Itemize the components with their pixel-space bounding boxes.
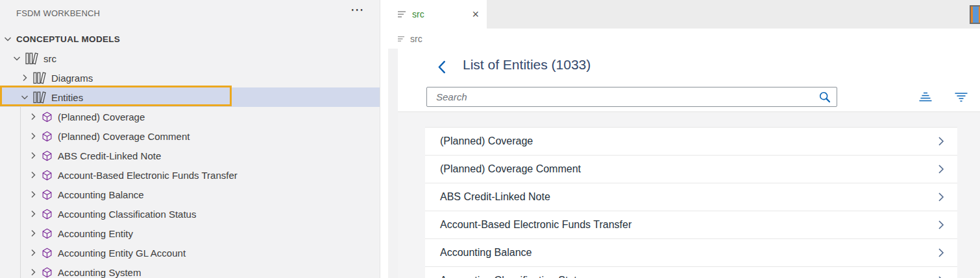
tree-item-label: Accounting Entity GL Account xyxy=(58,248,186,259)
library-icon xyxy=(33,91,47,104)
entity-cube-icon xyxy=(42,228,53,239)
tree-item-entity[interactable]: Accounting Entity GL Account xyxy=(0,243,380,262)
list-item[interactable]: Accounting Classification Status xyxy=(425,267,957,278)
list-item-label: ABS Credit-Linked Note xyxy=(440,191,550,203)
fsdm-workbench-window: FSDM WORKBENCH ⋯ CONCEPTUAL MODELS src xyxy=(0,0,980,278)
conceptual-models-tree: CONCEPTUAL MODELS src Diagrams xyxy=(0,29,380,278)
chevron-right-icon[interactable] xyxy=(27,209,38,219)
tree-item-label: (Planned) Coverage xyxy=(58,111,145,122)
tree-item-label: CONCEPTUAL MODELS xyxy=(16,34,120,44)
list-item-label: (Planned) Coverage Comment xyxy=(440,163,581,175)
list-item-label: (Planned) Coverage xyxy=(440,135,533,147)
chevron-down-icon[interactable] xyxy=(2,34,13,44)
tree-item-label: Diagrams xyxy=(51,73,93,84)
chevron-right-icon[interactable] xyxy=(19,73,30,83)
entity-cube-icon xyxy=(42,150,53,161)
library-icon xyxy=(33,72,47,84)
list-item[interactable]: Account-Based Electronic Funds Transfer xyxy=(425,211,957,239)
sort-icon[interactable] xyxy=(918,91,933,106)
tree-item-diagrams[interactable]: Diagrams xyxy=(0,68,380,87)
breadcrumb[interactable]: src xyxy=(380,29,980,49)
chevron-right-icon[interactable] xyxy=(27,111,38,122)
chevron-right-icon[interactable] xyxy=(27,131,38,141)
list-item-label: Accounting Balance xyxy=(440,247,532,259)
chevron-down-icon[interactable] xyxy=(19,92,30,102)
tree-item-entity[interactable]: (Planned) Coverage xyxy=(0,107,380,126)
entity-cube-icon xyxy=(42,189,53,200)
more-actions-icon[interactable]: ⋯ xyxy=(350,1,365,19)
page-title: List of Entities (1033) xyxy=(463,57,591,73)
chevron-right-icon xyxy=(938,136,944,146)
chevron-right-icon xyxy=(938,275,944,278)
sidebar: FSDM WORKBENCH ⋯ CONCEPTUAL MODELS src xyxy=(0,0,380,278)
tree-item-entity[interactable]: Account-Based Electronic Funds Transfer xyxy=(0,165,380,185)
list-item[interactable]: ABS Credit-Linked Note xyxy=(425,183,957,211)
chevron-right-icon xyxy=(938,164,944,174)
chevron-right-icon[interactable] xyxy=(27,228,38,238)
list-item-label: Accounting Classification Status xyxy=(440,275,588,278)
panel-left-gutter xyxy=(388,49,398,278)
tree-item-entity[interactable]: (Planned) Coverage Comment xyxy=(0,126,380,146)
filter-icon[interactable] xyxy=(954,91,968,106)
chevron-right-icon[interactable] xyxy=(27,150,38,161)
tree-item-conceptual-models[interactable]: CONCEPTUAL MODELS xyxy=(0,29,380,49)
chevron-right-icon[interactable] xyxy=(27,267,38,277)
tree-item-entity[interactable]: Accounting System xyxy=(0,262,380,278)
tab-label: src xyxy=(412,9,424,19)
list-icon xyxy=(397,10,406,18)
entity-cube-icon xyxy=(42,131,53,142)
list-item[interactable]: (Planned) Coverage xyxy=(425,128,957,156)
tree-item-label: src xyxy=(43,53,56,64)
tree-item-label: Entities xyxy=(51,92,83,103)
tree-item-label: Accounting Classification Status xyxy=(58,209,196,220)
list-item[interactable]: (Planned) Coverage Comment xyxy=(425,156,957,183)
list-item-label: Account-Based Electronic Funds Transfer xyxy=(440,219,631,231)
tree-item-label: ABS Credit-Linked Note xyxy=(58,150,161,161)
tree-item-entity[interactable]: ABS Credit-Linked Note xyxy=(0,146,380,165)
tree-item-label: Account-Based Electronic Funds Transfer xyxy=(58,170,238,181)
breadcrumb-item-src[interactable]: src xyxy=(410,34,423,44)
tree-item-label: Accounting Entity xyxy=(58,228,133,239)
chevron-right-icon xyxy=(938,192,944,202)
entity-cube-icon xyxy=(42,248,53,259)
chevron-right-icon[interactable] xyxy=(27,189,38,200)
tree-item-entities[interactable]: Entities xyxy=(0,87,380,107)
tab-src[interactable]: src × xyxy=(389,0,487,29)
tree-item-entity[interactable]: Accounting Entity xyxy=(0,224,380,243)
tree-item-src[interactable]: src xyxy=(0,49,380,68)
chevron-right-icon xyxy=(938,220,944,230)
entity-cube-icon xyxy=(42,209,53,220)
tree-item-entity[interactable]: Accounting Balance xyxy=(0,185,380,204)
tree-item-label: Accounting Balance xyxy=(58,189,144,200)
close-icon[interactable]: × xyxy=(472,9,479,19)
stripe xyxy=(973,6,979,23)
list-icon xyxy=(397,36,405,42)
list-item[interactable]: Accounting Balance xyxy=(425,239,957,267)
chevron-right-icon[interactable] xyxy=(27,170,38,180)
search-box xyxy=(426,87,837,107)
back-button[interactable] xyxy=(435,59,447,75)
chevron-down-icon[interactable] xyxy=(11,53,22,64)
chevron-right-icon xyxy=(938,248,944,258)
search-icon[interactable] xyxy=(818,91,831,104)
editor-area: src × src List of Entities (1033) xyxy=(380,0,980,278)
tree-indent-guide xyxy=(20,107,21,278)
search-input[interactable] xyxy=(427,87,818,106)
entity-cube-icon xyxy=(42,111,53,122)
tree-item-label: Accounting System xyxy=(58,267,141,278)
panel-header: List of Entities (1033) xyxy=(398,49,980,112)
entity-cube-icon xyxy=(42,267,53,278)
tree-item-entity[interactable]: Accounting Classification Status xyxy=(0,204,380,224)
chevron-right-icon[interactable] xyxy=(27,248,38,258)
layout-split-icon[interactable] xyxy=(970,5,980,24)
entities-list: (Planned) Coverage (Planned) Coverage Co… xyxy=(425,127,957,278)
sidebar-title: FSDM WORKBENCH xyxy=(16,8,100,18)
tree-item-label: (Planned) Coverage Comment xyxy=(58,131,190,142)
entity-cube-icon xyxy=(42,170,53,181)
library-icon xyxy=(25,52,39,65)
tab-bar: src × xyxy=(389,0,980,29)
